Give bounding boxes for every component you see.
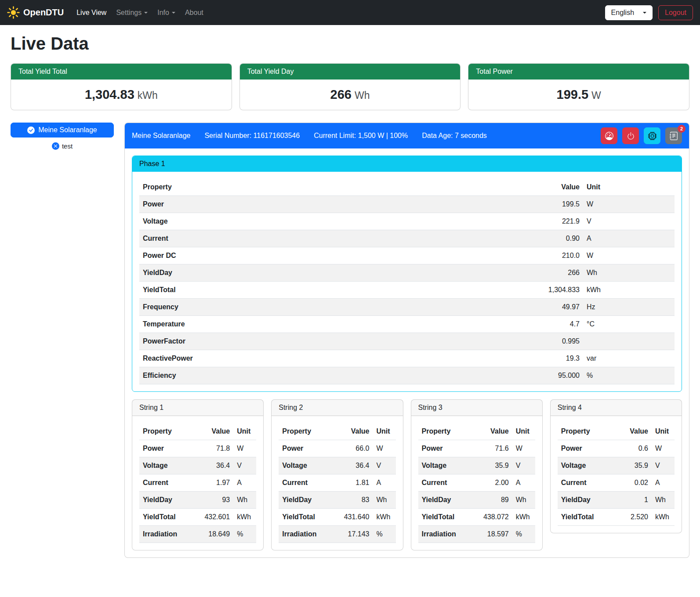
unit-cell: W	[583, 247, 675, 264]
table-row: Irradiation18.649%	[139, 526, 256, 543]
column-header-value: Value	[475, 423, 512, 440]
nav-item-about[interactable]: About	[180, 5, 208, 20]
unit-cell: V	[583, 213, 675, 230]
sun-icon	[7, 6, 20, 19]
value-cell: 2.00	[475, 474, 512, 492]
language-select[interactable]: English	[605, 5, 653, 20]
inverter-card-header: Meine Solaranlage Serial Number: 1161716…	[125, 123, 689, 148]
table-header-row: Property Value Unit	[279, 423, 395, 440]
table-row: YieldDay93Wh	[139, 492, 256, 509]
string-card-title: String 2	[272, 400, 403, 416]
unit-cell: A	[512, 474, 535, 492]
summary-card-title: Total Power	[468, 64, 689, 80]
inverter-select-label: Meine Solaranlage	[38, 126, 97, 134]
value-cell: 49.97	[517, 299, 583, 316]
string-table: Property Value Unit Power0.6WVoltage35.9…	[558, 423, 675, 526]
property-cell: Power	[418, 440, 475, 457]
property-cell: YieldTotal	[139, 509, 196, 526]
table-header-row: Property Value Unit	[558, 423, 675, 440]
unit-cell: var	[583, 350, 675, 367]
inverter-select-button-test[interactable]: test	[52, 142, 73, 150]
table-row: YieldTotal1,304.833kWh	[139, 282, 675, 299]
logout-button[interactable]: Logout	[658, 5, 693, 20]
value-cell: 66.0	[335, 440, 373, 457]
table-row: Current0.90A	[139, 230, 675, 247]
unit-cell: %	[373, 526, 396, 543]
property-cell: YieldTotal	[418, 509, 475, 526]
property-cell: Irradiation	[418, 526, 475, 543]
table-row: YieldTotal431.640kWh	[279, 509, 395, 526]
table-row: YieldDay266Wh	[139, 264, 675, 282]
content-row: Meine Solaranlage test Meine Solaranlage…	[11, 123, 689, 558]
column-header-unit: Unit	[233, 423, 256, 440]
nav-item-settings[interactable]: Settings	[111, 5, 152, 20]
summary-unit: kWh	[138, 90, 158, 101]
table-row: ReactivePower19.3var	[139, 350, 675, 367]
property-cell: Power	[279, 440, 335, 457]
property-cell: Current	[139, 230, 517, 247]
property-cell: YieldTotal	[558, 509, 614, 526]
property-cell: Current	[418, 474, 475, 492]
summary-value: 1,304.83	[85, 87, 134, 101]
unit-cell: Wh	[512, 492, 535, 509]
value-cell: 17.143	[335, 526, 373, 543]
table-row: Power66.0W	[279, 440, 395, 457]
inverter-serial: Serial Number: 116171603546	[204, 132, 300, 140]
unit-cell: V	[652, 457, 675, 474]
property-cell: Temperature	[139, 316, 517, 333]
property-cell: Irradiation	[139, 526, 196, 543]
property-cell: YieldDay	[139, 492, 196, 509]
string-table: Property Value Unit Power71.8WVoltage36.…	[139, 423, 256, 543]
property-cell: YieldDay	[558, 492, 614, 509]
unit-cell: kWh	[233, 509, 256, 526]
value-cell: 18.597	[475, 526, 512, 543]
unit-cell: Wh	[652, 492, 675, 509]
unit-cell: W	[583, 196, 675, 213]
table-row: Voltage35.9V	[418, 457, 535, 474]
nav-item-info[interactable]: Info	[152, 5, 180, 20]
table-row: Current0.02A	[558, 474, 675, 492]
string-card: String 2 Property Value Unit Power66.0WV…	[271, 399, 403, 550]
table-header-row: Property Value Unit	[418, 423, 535, 440]
inverter-card: Meine Solaranlage Serial Number: 1161716…	[124, 123, 689, 558]
chevron-down-icon	[144, 12, 148, 14]
cpu-icon	[648, 132, 656, 140]
value-cell: 4.7	[517, 316, 583, 333]
unit-cell: W	[373, 440, 396, 457]
column-header-property: Property	[418, 423, 475, 440]
column-header-value: Value	[335, 423, 373, 440]
column-header-unit: Unit	[373, 423, 396, 440]
inverter-select-button-selected[interactable]: Meine Solaranlage	[11, 123, 114, 137]
navbar-right: English Logout	[605, 5, 693, 20]
value-cell: 36.4	[196, 457, 233, 474]
summary-card-total-yield-day: Total Yield Day 266Wh	[239, 63, 461, 110]
event-log-button[interactable]: 2	[665, 127, 682, 144]
value-cell: 36.4	[335, 457, 373, 474]
nav-item-label: About	[185, 9, 203, 17]
table-row: Power71.8W	[139, 440, 256, 457]
power-settings-button[interactable]	[622, 127, 639, 144]
nav-item-live-view[interactable]: Live View	[72, 5, 111, 20]
unit-cell: V	[233, 457, 256, 474]
value-cell: 1	[614, 492, 652, 509]
string-card-body: Property Value Unit Power0.6WVoltage35.9…	[551, 416, 682, 533]
unit-cell: %	[233, 526, 256, 543]
column-header-property: Property	[558, 423, 614, 440]
power-icon	[627, 132, 635, 140]
inverter-selector: Meine Solaranlage test	[11, 123, 114, 150]
chevron-down-icon	[172, 12, 175, 14]
table-row: Efficiency95.000%	[139, 367, 675, 384]
value-cell: 266	[517, 264, 583, 282]
unit-cell: V	[373, 457, 396, 474]
limit-settings-button[interactable]	[601, 127, 617, 144]
column-header-property: Property	[279, 423, 335, 440]
table-row: Current1.97A	[139, 474, 256, 492]
device-info-button[interactable]	[644, 127, 660, 144]
value-cell: 18.649	[196, 526, 233, 543]
inverter-data-age: Data Age: 7 seconds	[422, 132, 487, 140]
table-row: Power0.6W	[558, 440, 675, 457]
brand-link[interactable]: OpenDTU	[7, 6, 64, 19]
property-cell: YieldDay	[279, 492, 335, 509]
value-cell: 71.8	[196, 440, 233, 457]
inverter-name: Meine Solaranlage	[132, 132, 190, 140]
